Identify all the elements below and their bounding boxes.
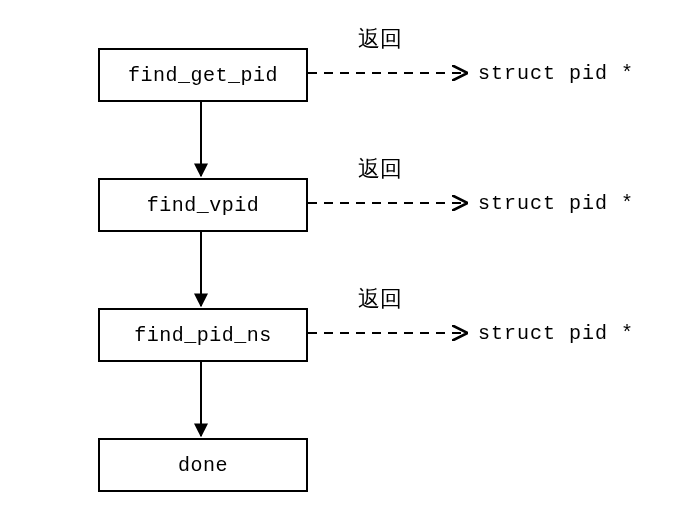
node-find-get-pid: find_get_pid xyxy=(98,48,308,102)
node-label: find_pid_ns xyxy=(134,324,272,347)
edge-type-2: struct pid * xyxy=(478,192,634,215)
edge-label-return-1: 返回 xyxy=(358,24,402,54)
node-label: find_get_pid xyxy=(128,64,278,87)
flowchart: find_get_pid find_vpid find_pid_ns done … xyxy=(0,0,697,521)
edge-type-1: struct pid * xyxy=(478,62,634,85)
node-done: done xyxy=(98,438,308,492)
edge-label-return-2: 返回 xyxy=(358,154,402,184)
node-find-vpid: find_vpid xyxy=(98,178,308,232)
node-label: done xyxy=(178,454,228,477)
edge-type-3: struct pid * xyxy=(478,322,634,345)
node-find-pid-ns: find_pid_ns xyxy=(98,308,308,362)
node-label: find_vpid xyxy=(147,194,260,217)
edge-label-return-3: 返回 xyxy=(358,284,402,314)
